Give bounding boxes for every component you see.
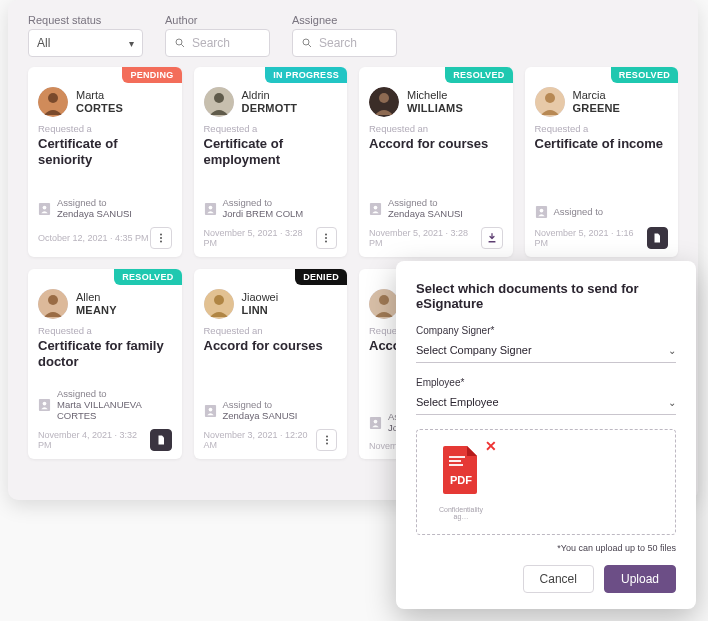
assignee-search-input[interactable]: Search bbox=[292, 29, 397, 57]
author-search-input[interactable]: Search bbox=[165, 29, 270, 57]
svg-point-40 bbox=[208, 407, 212, 411]
upload-button[interactable]: Upload bbox=[604, 565, 676, 593]
request-card[interactable]: PENDINGMartaCORTESRequested aCertificate… bbox=[28, 67, 182, 257]
requester-name: MartaCORTES bbox=[76, 89, 123, 114]
svg-rect-29 bbox=[656, 240, 659, 241]
svg-point-47 bbox=[374, 419, 378, 423]
requested-label: Requested an bbox=[204, 325, 338, 336]
assigned-to: Assigned toZendaya SANUSI bbox=[204, 399, 338, 421]
status-select[interactable]: All ▾ bbox=[28, 29, 143, 57]
avatar bbox=[369, 289, 399, 319]
svg-point-19 bbox=[379, 93, 389, 103]
request-title: Certificate for family doctor bbox=[38, 338, 172, 369]
modal-actions: Cancel Upload bbox=[416, 565, 676, 593]
company-signer-select[interactable]: Select Company Signer ⌄ bbox=[416, 340, 676, 363]
status-badge: RESOLVED bbox=[114, 269, 181, 285]
request-card[interactable]: RESOLVEDMichelleWILLIAMSRequested anAcco… bbox=[359, 67, 513, 257]
requester: AllenMEANY bbox=[38, 289, 172, 319]
request-card[interactable]: RESOLVEDMarciaGREENERequested aCertifica… bbox=[525, 67, 679, 257]
company-signer-value: Select Company Signer bbox=[416, 344, 532, 356]
status-badge: DENIED bbox=[295, 269, 347, 285]
more-options-button[interactable] bbox=[316, 429, 337, 451]
request-card[interactable]: IN PROGRESSAldrinDERMOTTRequested aCerti… bbox=[194, 67, 348, 257]
cancel-button[interactable]: Cancel bbox=[523, 565, 594, 593]
avatar bbox=[369, 87, 399, 117]
svg-rect-34 bbox=[159, 439, 163, 440]
chevron-down-icon: ⌄ bbox=[668, 345, 676, 356]
download-button[interactable] bbox=[481, 227, 502, 249]
avatar bbox=[535, 87, 565, 117]
assigned-to-label: Assigned to bbox=[223, 197, 304, 208]
svg-point-0 bbox=[176, 39, 182, 45]
svg-point-45 bbox=[379, 295, 389, 305]
assigned-to: Assigned toZendaya SANUSI bbox=[369, 197, 503, 219]
assigned-to-label: Assigned to bbox=[223, 399, 298, 410]
card-footer: November 5, 2021 · 3:28 PM bbox=[204, 227, 338, 249]
svg-point-38 bbox=[214, 295, 224, 305]
request-title: Accord for courses bbox=[204, 338, 338, 354]
svg-point-16 bbox=[325, 237, 327, 239]
svg-rect-22 bbox=[488, 241, 495, 243]
svg-point-31 bbox=[48, 295, 58, 305]
requester: MichelleWILLIAMS bbox=[369, 87, 503, 117]
assigned-to-label: Assigned to bbox=[57, 388, 172, 399]
filter-assignee-label: Assignee bbox=[292, 14, 397, 26]
timestamp: November 3, 2021 · 12:20 AM bbox=[204, 430, 317, 450]
chevron-down-icon: ⌄ bbox=[668, 397, 676, 408]
svg-rect-53 bbox=[449, 460, 461, 462]
filters-row: Request status All ▾ Author Search Assig… bbox=[28, 14, 678, 57]
requester-name: AllenMEANY bbox=[76, 291, 117, 316]
upload-hint: *You can upload up to 50 files bbox=[416, 543, 676, 553]
svg-point-17 bbox=[325, 241, 327, 243]
remove-file-icon[interactable]: ✕ bbox=[485, 438, 497, 454]
svg-point-9 bbox=[160, 237, 162, 239]
assignee-name: Zendaya SANUSI bbox=[388, 208, 463, 219]
svg-point-8 bbox=[160, 234, 162, 236]
search-icon bbox=[174, 37, 186, 49]
filter-status: Request status All ▾ bbox=[28, 14, 143, 57]
status-badge: PENDING bbox=[122, 67, 181, 83]
svg-rect-28 bbox=[656, 239, 660, 240]
svg-point-10 bbox=[160, 241, 162, 243]
assigned-to: Assigned toMarta VILLANUEVA CORTES bbox=[38, 388, 172, 421]
svg-point-7 bbox=[43, 205, 47, 209]
upload-dropzone[interactable]: ✕ PDF Confidentiality ag… bbox=[416, 429, 676, 535]
status-badge: RESOLVED bbox=[445, 67, 512, 83]
assigned-to-label: Assigned to bbox=[57, 197, 132, 208]
timestamp: November 5, 2021 · 3:28 PM bbox=[369, 228, 481, 248]
requester-name: AldrinDERMOTT bbox=[242, 89, 298, 114]
avatar bbox=[38, 87, 68, 117]
uploaded-file: ✕ PDF Confidentiality ag… bbox=[431, 444, 491, 520]
svg-point-21 bbox=[374, 205, 378, 209]
assignee-name: Marta VILLANUEVA CORTES bbox=[57, 399, 172, 421]
pdf-icon: PDF bbox=[439, 444, 483, 496]
filter-author: Author Search bbox=[165, 14, 270, 57]
card-footer: October 12, 2021 · 4:35 PM bbox=[38, 227, 172, 249]
document-button[interactable] bbox=[150, 429, 171, 451]
status-badge: RESOLVED bbox=[611, 67, 678, 83]
esignature-modal: Select which documents to send for eSign… bbox=[396, 261, 696, 609]
request-card[interactable]: RESOLVEDAllenMEANYRequested aCertificate… bbox=[28, 269, 182, 459]
request-title: Certificate of income bbox=[535, 136, 669, 152]
requester: JiaoweiLINN bbox=[204, 289, 338, 319]
request-card[interactable]: DENIEDJiaoweiLINNRequested anAccord for … bbox=[194, 269, 348, 459]
modal-title: Select which documents to send for eSign… bbox=[416, 281, 676, 311]
svg-point-41 bbox=[326, 436, 328, 438]
more-options-button[interactable] bbox=[316, 227, 337, 249]
card-footer: November 5, 2021 · 1:16 PM bbox=[535, 227, 669, 249]
assignee-name: Zendaya SANUSI bbox=[223, 410, 298, 421]
request-title: Accord for courses bbox=[369, 136, 503, 152]
status-badge: IN PROGRESS bbox=[265, 67, 347, 83]
svg-rect-54 bbox=[449, 464, 463, 466]
requester-name: MarciaGREENE bbox=[573, 89, 621, 114]
timestamp: November 5, 2021 · 3:28 PM bbox=[204, 228, 316, 248]
assignee-placeholder: Search bbox=[319, 36, 357, 50]
filter-assignee: Assignee Search bbox=[292, 14, 397, 57]
employee-select[interactable]: Select Employee ⌄ bbox=[416, 392, 676, 415]
assigned-to: Assigned toZendaya SANUSI bbox=[38, 197, 172, 219]
more-options-button[interactable] bbox=[150, 227, 172, 249]
document-button[interactable] bbox=[647, 227, 668, 249]
requester: MarciaGREENE bbox=[535, 87, 669, 117]
assigned-to: Assigned to bbox=[535, 204, 669, 219]
svg-point-14 bbox=[208, 205, 212, 209]
